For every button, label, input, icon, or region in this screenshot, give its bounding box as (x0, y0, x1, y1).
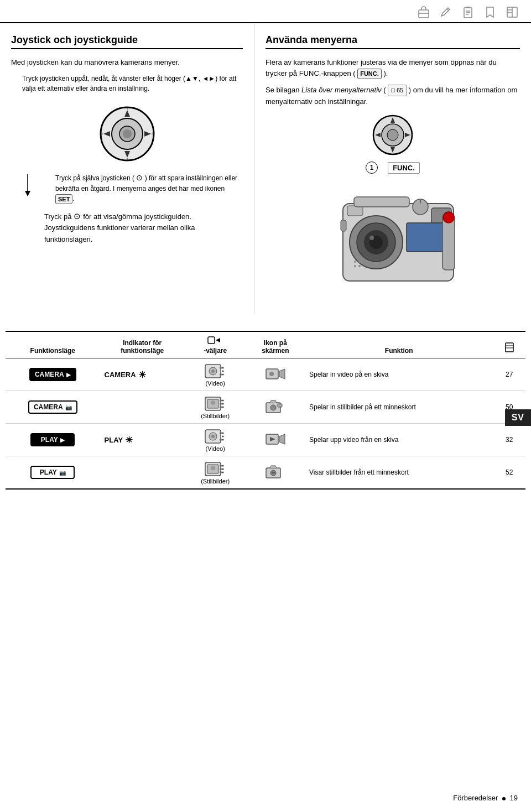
selector-cell-1: (Video) (185, 358, 246, 391)
svg-point-52 (358, 265, 361, 267)
function-table: Funktionsläge Indikator förfunktionsläge… (6, 331, 525, 490)
svg-point-75 (222, 400, 224, 402)
svg-point-62 (220, 373, 222, 376)
selector-cell-4: (Stillbilder) (185, 456, 246, 490)
book-icon[interactable] (504, 4, 520, 20)
indicator-camera-label: CAMERA (105, 371, 136, 379)
left-para4: Tryck på ⊙ för att visa/gömma joystickgu… (44, 210, 243, 245)
func-label-row: 1 FUNC. (366, 162, 420, 174)
right-section-title: Använda menyerna (266, 34, 520, 49)
selector-icons (207, 339, 223, 347)
sun-icon-1: ☀ (138, 369, 146, 380)
right-para1: Flera av kamerans funktioner justeras vi… (266, 57, 520, 79)
camera-photo-badge: CAMERA 📷 (28, 400, 77, 414)
svg-point-77 (222, 407, 224, 408)
left-section-title: Joystick och joystickguide (11, 34, 243, 49)
func-badge: FUNC. (357, 69, 382, 79)
svg-point-84 (220, 432, 222, 434)
camera-label-2: CAMERA (34, 403, 63, 411)
footer-dot (502, 797, 506, 800)
joystick-text-section: Tryck på själva joysticken ( ⊙ ) för att… (44, 172, 243, 251)
right-para2-pre: Se bilagan (266, 86, 299, 94)
video-label-1: (Video) (206, 380, 225, 387)
set-badge: SET (55, 194, 72, 205)
main-content: Joystick och joystickguide Med joysticke… (0, 23, 531, 314)
screen-icon-cell-4 (246, 456, 305, 490)
svg-point-74 (220, 406, 222, 408)
function-text-4: Visar stillbilder från ett minneskort (309, 469, 409, 476)
screen-icon-cell-3 (246, 424, 305, 456)
selector-icon-svg (207, 335, 223, 345)
svg-point-88 (222, 439, 224, 441)
camera-video-badge: CAMERA ▶ (29, 368, 76, 381)
clipboard-icon[interactable] (460, 4, 476, 20)
indicator-cell-1: CAMERA ☀ (100, 358, 185, 391)
page-cell-3: 32 (493, 424, 525, 456)
photo-label-1: (Stillbilder) (201, 413, 230, 419)
svg-point-98 (222, 465, 224, 467)
svg-rect-48 (341, 220, 346, 231)
svg-point-13 (123, 129, 132, 138)
function-cell-3: Spelar upp video från en skiva (305, 424, 493, 456)
function-cell-4: Visar stillbilder från ett minneskort (305, 456, 493, 490)
svg-point-83 (211, 435, 215, 438)
disc-video-icon-2 (204, 428, 226, 445)
svg-marker-67 (279, 369, 285, 379)
svg-point-36 (369, 236, 374, 240)
left-para2: Tryck joysticken uppåt, nedåt, åt vänste… (22, 74, 243, 93)
camera-illustration (266, 181, 520, 303)
card-photo-icon-2 (204, 460, 226, 478)
photo-selector-2: (Stillbilder) (189, 460, 242, 485)
left-para1: Med joysticken kan du manövrera kamerans… (11, 57, 243, 68)
col-header-indicator: Indikator förfunktionsläge (100, 331, 185, 358)
function-cell-2: Spelar in stillbilder på ett minneskort (305, 391, 493, 424)
page-ref-box: □ 65 (388, 85, 407, 96)
bag-icon[interactable] (416, 4, 431, 20)
sun-icon-2: ☀ (125, 435, 133, 445)
svg-marker-54 (216, 338, 220, 342)
svg-point-68 (269, 372, 274, 376)
indicator-cell-4 (100, 456, 185, 490)
top-icon-bar (0, 0, 531, 23)
table-section: Funktionsläge Indikator förfunktionsläge… (0, 331, 531, 490)
screen-video-icon (266, 366, 285, 382)
screen-photo-icon (266, 399, 285, 414)
para3-pre: Tryck på själva joysticken ( (55, 174, 134, 182)
right-column: Använda menyerna Flera av kamerans funkt… (254, 23, 531, 314)
page-num-3: 32 (506, 436, 513, 444)
play-video-icon: ▶ (60, 437, 65, 443)
bookmark-icon[interactable] (482, 4, 498, 20)
page-cell-1: 27 (493, 358, 525, 391)
screen-icon-cell-1 (246, 358, 305, 391)
col-header-mode: Funktionsläge (6, 331, 100, 358)
function-text-2: Spelar in stillbilder på ett minneskort (309, 403, 416, 411)
edit-icon[interactable] (438, 4, 454, 20)
table-header-row: Funktionsläge Indikator förfunktionsläge… (6, 331, 525, 358)
left-column: Joystick och joystickguide Med joysticke… (0, 23, 254, 314)
table-row: CAMERA ▶ CAMERA ☀ (6, 358, 525, 391)
indicator-camera: CAMERA ☀ (105, 369, 180, 380)
selector-cell-2: (Stillbilder) (185, 391, 246, 424)
svg-point-94 (211, 466, 215, 470)
page-number: 19 (510, 794, 518, 802)
para4-pre: Tryck på (44, 212, 71, 221)
joystick-svg (97, 103, 158, 164)
left-para3: Tryck på själva joysticken ( ⊙ ) för att… (55, 172, 243, 204)
footer-text: Förberedelser (453, 794, 498, 802)
page-num-1: 27 (506, 371, 513, 378)
photo-icon-2: 📷 (65, 404, 72, 410)
col-header-selector: -väljare (185, 331, 246, 358)
svg-point-96 (220, 468, 222, 470)
svg-rect-55 (506, 343, 513, 352)
video-selector-2: (Video) (189, 428, 242, 452)
svg-point-95 (220, 465, 222, 467)
svg-point-87 (222, 436, 224, 438)
svg-point-76 (222, 403, 224, 405)
joystick-diagram (11, 103, 243, 164)
camera-svg (310, 181, 476, 303)
svg-marker-23 (25, 191, 30, 196)
play-video-badge: PLAY ▶ (30, 433, 75, 446)
func-label: FUNC. (388, 162, 420, 174)
selector-cell-3: (Video) (185, 424, 246, 456)
annotation-arrow (19, 174, 36, 196)
